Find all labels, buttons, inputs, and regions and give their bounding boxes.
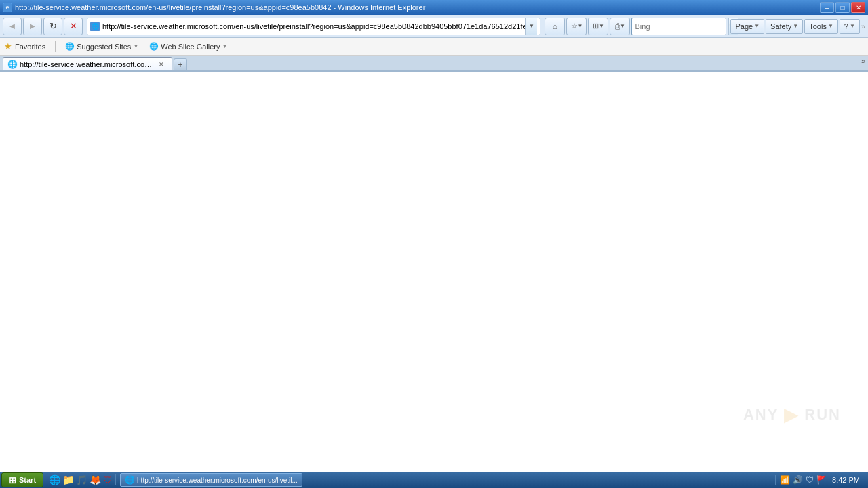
back-button[interactable]: ◄ [3, 18, 22, 35]
tab-label-0: http://tile-service.weather.microsoft.co… [20, 60, 154, 68]
tab-more-button[interactable]: » [861, 57, 865, 65]
tab-close-0[interactable]: ✕ [157, 60, 166, 69]
close-button[interactable]: ✕ [851, 2, 865, 13]
firefox-quick-launch-icon[interactable]: 🦊 [90, 474, 101, 485]
favorites-star-icon: ★ [4, 41, 12, 52]
taskbar-clock: 8:42 PM [829, 476, 863, 484]
help-menu-button[interactable]: ? ▼ [840, 19, 860, 34]
toolbar-expand-button[interactable]: » [861, 22, 865, 30]
taskbar-items: 🌐 📁 🎵 🦊 🛡 🌐 http://tile-service.weather.… [43, 473, 775, 487]
watermark-text: ANY [743, 406, 778, 424]
title-bar-title: http://tile-service.weather.microsoft.co… [15, 3, 820, 12]
web-slice-gallery-icon: 🌐 [149, 42, 159, 51]
navigation-bar: ◄ ► ↻ ✕ 🌐 ▼ ⌂ ☆▼ ⊞▼ ⎙▼ 🔍 Page ▼ Safety ▼ [0, 15, 868, 38]
safety-menu-button[interactable]: Safety ▼ [766, 19, 803, 34]
print-button[interactable]: ⎙▼ [610, 18, 630, 35]
taskbar-tray: 📶 🔊 🛡 🚩 8:42 PM [775, 475, 867, 485]
refresh-button[interactable]: ↻ [43, 18, 62, 35]
tab-bar: 🌐 http://tile-service.weather.microsoft.… [0, 56, 868, 72]
favorites-add-button[interactable]: ☆▼ [566, 18, 587, 35]
tray-icon-security[interactable]: 🛡 [806, 475, 814, 485]
feeds-button[interactable]: ⊞▼ [588, 18, 608, 35]
taskbar: ⊞ Start 🌐 📁 🎵 🦊 🛡 🌐 http://tile-service.… [0, 472, 868, 488]
maximize-button[interactable]: □ [835, 2, 850, 13]
address-favicon: 🌐 [90, 22, 100, 31]
address-dropdown-button[interactable]: ▼ [525, 18, 537, 35]
tools-menu-button[interactable]: Tools ▼ [804, 19, 838, 34]
home-button[interactable]: ⌂ [545, 18, 565, 35]
search-input[interactable] [635, 22, 728, 30]
address-bar: 🌐 ▼ [87, 18, 540, 35]
taskbar-item-label-0: http://tile-service.weather.microsoft.co… [137, 476, 298, 484]
explorer-quick-launch-icon[interactable]: 📁 [62, 474, 74, 485]
windows-logo-icon: ⊞ [9, 475, 16, 485]
taskbar-item-icon-0: 🌐 [125, 475, 135, 485]
tray-icon-network[interactable]: 📶 [780, 475, 790, 485]
tab-favicon-0: 🌐 [7, 60, 17, 69]
title-bar: e http://tile-service.weather.microsoft.… [0, 0, 868, 15]
window-controls: – □ ✕ [820, 2, 865, 13]
web-slice-gallery-link[interactable]: 🌐 Web Slice Gallery ▼ [145, 41, 231, 52]
search-bar: 🔍 [631, 18, 726, 35]
title-bar-icon: e [3, 3, 12, 12]
new-tab-button[interactable]: + [174, 58, 187, 70]
tray-icon-flag[interactable]: 🚩 [816, 475, 827, 485]
minimize-button[interactable]: – [820, 2, 834, 13]
suggested-sites-icon: 🌐 [65, 42, 75, 51]
ie-quick-launch-icon[interactable]: 🌐 [49, 474, 60, 485]
security-quick-launch-icon[interactable]: 🛡 [103, 474, 113, 485]
tray-icon-volume[interactable]: 🔊 [793, 475, 803, 485]
address-input[interactable] [102, 22, 525, 30]
favorites-label[interactable]: Favorites [15, 43, 45, 51]
taskbar-item-0[interactable]: 🌐 http://tile-service.weather.microsoft.… [120, 473, 302, 487]
start-button[interactable]: ⊞ Start [1, 472, 43, 487]
suggested-sites-link[interactable]: 🌐 Suggested Sites ▼ [61, 41, 142, 52]
watermark-text-2: RUN [804, 406, 841, 424]
stop-button[interactable]: ✕ [64, 18, 83, 35]
forward-button[interactable]: ► [23, 18, 42, 35]
watermark: ANY ▶ RUN [743, 403, 841, 426]
tab-0[interactable]: 🌐 http://tile-service.weather.microsoft.… [3, 57, 172, 70]
content-area: ANY ▶ RUN [0, 72, 868, 473]
media-quick-launch-icon[interactable]: 🎵 [76, 474, 87, 485]
watermark-play-icon: ▶ [784, 403, 799, 426]
page-menu-button[interactable]: Page ▼ [730, 19, 764, 34]
favorites-divider [55, 41, 56, 52]
favorites-bar: ★ Favorites 🌐 Suggested Sites ▼ 🌐 Web Sl… [0, 38, 868, 56]
